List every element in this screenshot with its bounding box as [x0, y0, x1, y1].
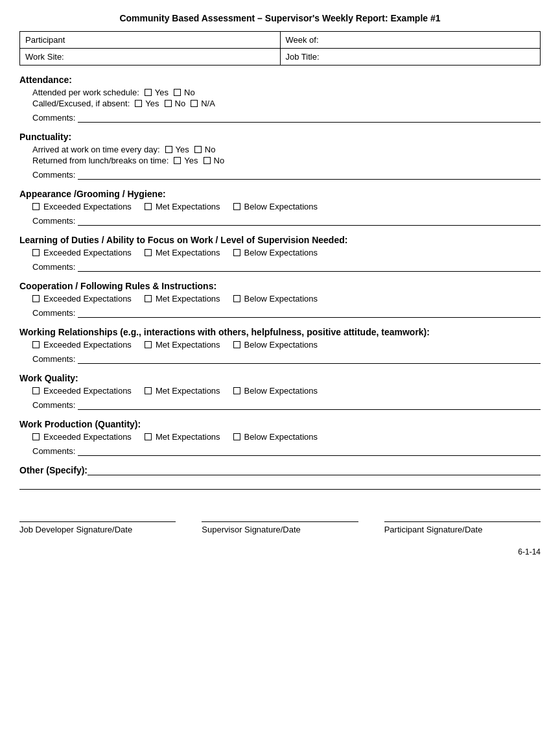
other-line-container: Other (Specify):: [19, 465, 541, 475]
learning-met-label: Met Expectations: [156, 248, 220, 257]
cooperation-below-checkbox[interactable]: [233, 295, 240, 302]
working-relationships-met-checkbox[interactable]: [145, 341, 152, 348]
work-production-below-checkbox[interactable]: [233, 433, 240, 440]
cooperation-section: Cooperation / Following Rules & Instruct…: [19, 281, 541, 318]
work-production-exceeded-checkbox[interactable]: [32, 433, 40, 440]
attendance-row1: Attended per work schedule: Yes No: [32, 88, 541, 97]
attendance-section: Attendance: Attended per work schedule: …: [19, 75, 541, 123]
appearance-expectations: Exceeded Expectations Met Expectations B…: [32, 202, 541, 211]
signature-section: Job Developer Signature/Date Supervisor …: [19, 509, 541, 534]
punctuality-lunch-no-group: No: [204, 156, 225, 165]
work-quality-expectations: Exceeded Expectations Met Expectations B…: [32, 386, 541, 396]
attendance-na-group: N/A: [191, 99, 215, 108]
attendance-called-no-checkbox[interactable]: [165, 100, 172, 107]
appearance-comments-label: Comments:: [32, 216, 75, 226]
work-quality-met-label: Met Expectations: [156, 386, 220, 396]
attendance-comments: Comments:: [32, 112, 541, 123]
attendance-called-no-label: No: [175, 99, 186, 108]
participant-label: Participant Signature/Date: [384, 525, 541, 534]
work-production-below-item: Below Expectations: [233, 432, 318, 442]
punctuality-section: Punctuality: Arrived at work on time eve…: [19, 132, 541, 180]
learning-title: Learning of Duties / Ability to Focus on…: [19, 235, 541, 245]
punctuality-lunch-no-checkbox[interactable]: [204, 157, 211, 164]
other-input-line: [88, 465, 541, 475]
punctuality-title: Punctuality:: [19, 132, 541, 142]
attendance-called-yes-checkbox[interactable]: [135, 100, 142, 107]
work-quality-exceeded-checkbox[interactable]: [32, 387, 40, 394]
cooperation-title: Cooperation / Following Rules & Instruct…: [19, 281, 541, 291]
work-production-comments: Comments:: [32, 446, 541, 456]
supervisor-line: [202, 509, 358, 522]
punctuality-row1: Arrived at work on time every day: Yes N…: [32, 145, 541, 154]
work-quality-below-checkbox[interactable]: [233, 387, 240, 394]
appearance-met-item: Met Expectations: [145, 202, 220, 211]
learning-exceeded-label: Exceeded Expectations: [43, 248, 132, 257]
punctuality-comments-label: Comments:: [32, 170, 75, 180]
cooperation-comments-label: Comments:: [32, 308, 75, 318]
punctuality-lunch-yes-group: Yes: [174, 156, 198, 165]
appearance-below-item: Below Expectations: [233, 202, 318, 211]
working-relationships-exceeded-checkbox[interactable]: [32, 341, 40, 348]
working-relationships-exceeded-label: Exceeded Expectations: [43, 340, 132, 350]
learning-below-item: Below Expectations: [233, 248, 318, 257]
attendance-yes-checkbox[interactable]: [145, 89, 152, 96]
punctuality-yes-checkbox[interactable]: [165, 146, 172, 153]
punctuality-yes-group: Yes: [165, 145, 189, 154]
appearance-exceeded-item: Exceeded Expectations: [32, 202, 132, 211]
participant-block: Participant Signature/Date: [384, 509, 541, 534]
work-quality-met-item: Met Expectations: [145, 386, 220, 396]
learning-exceeded-checkbox[interactable]: [32, 249, 40, 256]
work-quality-exceeded-label: Exceeded Expectations: [43, 386, 132, 396]
attendance-no-group: No: [174, 88, 195, 97]
cooperation-below-item: Below Expectations: [233, 294, 318, 304]
appearance-below-checkbox[interactable]: [233, 203, 240, 210]
learning-below-checkbox[interactable]: [233, 249, 240, 256]
attendance-no-checkbox[interactable]: [174, 89, 181, 96]
attendance-row2-label: Called/Excused, if absent:: [32, 99, 130, 108]
working-relationships-below-checkbox[interactable]: [233, 341, 240, 348]
supervisor-label: Supervisor Signature/Date: [202, 525, 358, 534]
work-quality-comments-line: [78, 400, 541, 410]
appearance-met-checkbox[interactable]: [145, 203, 152, 210]
learning-met-checkbox[interactable]: [145, 249, 152, 256]
work-production-section: Work Production (Quantity): Exceeded Exp…: [19, 419, 541, 456]
footer-date: 6-1-14: [19, 547, 541, 556]
learning-exceeded-item: Exceeded Expectations: [32, 248, 132, 257]
job-title-cell: Job Title:: [280, 49, 541, 66]
work-quality-below-label: Below Expectations: [244, 386, 318, 396]
working-relationships-title: Working Relationships (e.g., interaction…: [19, 327, 541, 337]
work-production-met-label: Met Expectations: [156, 432, 220, 442]
working-relationships-exceeded-item: Exceeded Expectations: [32, 340, 132, 350]
working-relationships-comments-line: [78, 353, 541, 364]
work-quality-below-item: Below Expectations: [233, 386, 318, 396]
work-quality-met-checkbox[interactable]: [145, 387, 152, 394]
cooperation-exceeded-checkbox[interactable]: [32, 295, 40, 302]
learning-comments-line: [78, 261, 541, 272]
week-of-cell: Week of:: [280, 32, 541, 49]
attendance-na-label: N/A: [201, 99, 215, 108]
work-production-met-checkbox[interactable]: [145, 433, 152, 440]
working-relationships-expectations: Exceeded Expectations Met Expectations B…: [32, 340, 541, 350]
attendance-comments-label: Comments:: [32, 113, 75, 123]
punctuality-lunch-yes-checkbox[interactable]: [174, 157, 181, 164]
work-quality-exceeded-item: Exceeded Expectations: [32, 386, 132, 396]
supervisor-block: Supervisor Signature/Date: [202, 509, 358, 534]
attendance-na-checkbox[interactable]: [191, 100, 198, 107]
punctuality-no-group: No: [194, 145, 216, 154]
attendance-yes-group: Yes: [145, 88, 169, 97]
attendance-yes-label: Yes: [155, 88, 169, 97]
appearance-exceeded-checkbox[interactable]: [32, 203, 40, 210]
punctuality-row2: Returned from lunch/breaks on time: Yes …: [32, 156, 541, 165]
attendance-comments-line: [78, 112, 541, 123]
job-developer-block: Job Developer Signature/Date: [19, 509, 176, 534]
punctuality-no-checkbox[interactable]: [194, 146, 202, 153]
working-relationships-met-label: Met Expectations: [156, 340, 220, 350]
cooperation-met-checkbox[interactable]: [145, 295, 152, 302]
participant-line: [384, 509, 541, 522]
attendance-called-yes-group: Yes: [135, 99, 159, 108]
work-production-exceeded-label: Exceeded Expectations: [43, 432, 132, 442]
working-relationships-section: Working Relationships (e.g., interaction…: [19, 327, 541, 364]
learning-below-label: Below Expectations: [244, 248, 318, 257]
working-relationships-comments: Comments:: [32, 353, 541, 364]
work-production-below-label: Below Expectations: [244, 432, 318, 442]
